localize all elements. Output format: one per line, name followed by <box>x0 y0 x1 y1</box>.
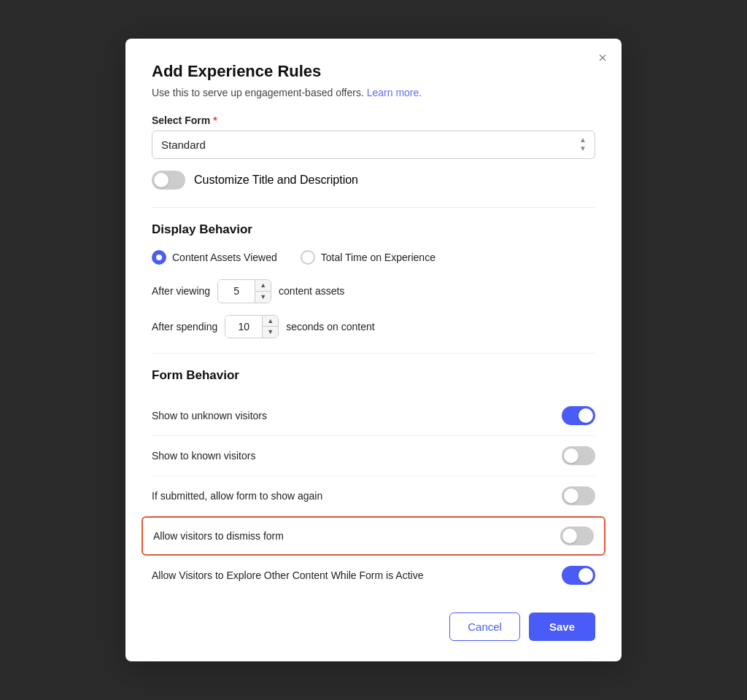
customize-toggle-label: Customize Title and Description <box>194 174 358 187</box>
form-behavior-title: Form Behavior <box>152 368 595 383</box>
radio-total-time[interactable]: Total Time on Experience <box>301 250 436 265</box>
behavior-label-2: If submitted, allow form to show again <box>152 490 322 502</box>
after-spending-input-wrapper: ▲ ▼ <box>225 315 279 339</box>
behavior-row-3-highlighted: Allow visitors to dismiss form <box>142 516 605 556</box>
after-spending-down[interactable]: ▼ <box>263 327 278 338</box>
toggle-unknown-visitors[interactable] <box>562 406 595 425</box>
select-form-wrapper: Standard Custom ▲ ▼ <box>152 131 595 159</box>
display-behavior-section: Display Behavior Content Assets Viewed T… <box>152 222 595 338</box>
form-behavior-section: Form Behavior Show to unknown visitors S… <box>152 368 595 595</box>
behavior-label-4: Allow Visitors to Explore Other Content … <box>152 569 423 581</box>
after-viewing-down[interactable]: ▼ <box>255 292 271 303</box>
after-viewing-spinners: ▲ ▼ <box>255 280 271 303</box>
toggle-known-visitors-slider <box>562 446 595 465</box>
after-spending-suffix: seconds on content <box>286 321 374 332</box>
toggle-known-visitors[interactable] <box>562 446 595 465</box>
behavior-row-0: Show to unknown visitors <box>152 396 595 436</box>
after-spending-spinners: ▲ ▼ <box>262 316 278 338</box>
behavior-row-2: If submitted, allow form to show again <box>152 476 595 516</box>
radio-row: Content Assets Viewed Total Time on Expe… <box>152 250 595 265</box>
select-form-section: Select Form * Standard Custom ▲ ▼ <box>152 114 595 159</box>
behavior-label-3: Allow visitors to dismiss form <box>153 530 284 542</box>
after-viewing-row: After viewing ▲ ▼ content assets <box>152 279 595 303</box>
toggle-explore-slider <box>562 566 595 585</box>
toggle-dismiss[interactable] <box>560 526 594 545</box>
required-indicator: * <box>213 114 217 126</box>
toggle-dismiss-slider <box>560 526 594 545</box>
after-viewing-label: After viewing <box>152 285 210 297</box>
modal-dialog: × Add Experience Rules Use this to serve… <box>125 39 622 661</box>
customize-toggle-slider <box>152 171 185 190</box>
modal-title: Add Experience Rules <box>152 62 595 81</box>
radio-label-1: Content Assets Viewed <box>172 252 277 263</box>
cancel-button[interactable]: Cancel <box>449 612 520 641</box>
after-viewing-input[interactable] <box>218 280 255 302</box>
radio-circle-1 <box>152 250 166 265</box>
toggle-submitted-slider <box>562 486 595 505</box>
radio-label-2: Total Time on Experience <box>321 252 436 263</box>
toggle-submitted[interactable] <box>562 486 595 505</box>
after-viewing-suffix: content assets <box>279 285 344 297</box>
after-viewing-up[interactable]: ▲ <box>255 280 271 292</box>
customize-row: Customize Title and Description <box>152 171 595 190</box>
modal-subtitle: Use this to serve up engagement-based of… <box>152 87 595 98</box>
behavior-row-4: Allow Visitors to Explore Other Content … <box>152 556 595 595</box>
behavior-row-1: Show to known visitors <box>152 436 595 476</box>
select-form-label: Select Form * <box>152 114 595 126</box>
divider-1 <box>152 207 595 208</box>
divider-2 <box>152 353 595 354</box>
after-spending-row: After spending ▲ ▼ seconds on content <box>152 315 595 339</box>
after-spending-label: After spending <box>152 321 217 332</box>
modal-footer: Cancel Save <box>152 612 595 641</box>
after-spending-input[interactable] <box>225 316 262 338</box>
customize-toggle[interactable] <box>152 171 185 190</box>
toggle-unknown-visitors-slider <box>562 406 595 425</box>
select-form-input[interactable]: Standard Custom <box>152 131 595 159</box>
modal-overlay: × Add Experience Rules Use this to serve… <box>0 0 747 700</box>
close-button[interactable]: × <box>598 50 607 65</box>
radio-circle-2 <box>301 250 315 265</box>
toggle-explore[interactable] <box>562 566 595 585</box>
learn-more-link[interactable]: Learn more. <box>367 87 422 98</box>
behavior-label-0: Show to unknown visitors <box>152 410 267 421</box>
after-spending-up[interactable]: ▲ <box>263 316 278 327</box>
display-behavior-title: Display Behavior <box>152 222 595 237</box>
radio-content-assets[interactable]: Content Assets Viewed <box>152 250 277 265</box>
behavior-label-1: Show to known visitors <box>152 450 255 462</box>
save-button[interactable]: Save <box>529 612 595 641</box>
after-viewing-input-wrapper: ▲ ▼ <box>217 279 271 303</box>
